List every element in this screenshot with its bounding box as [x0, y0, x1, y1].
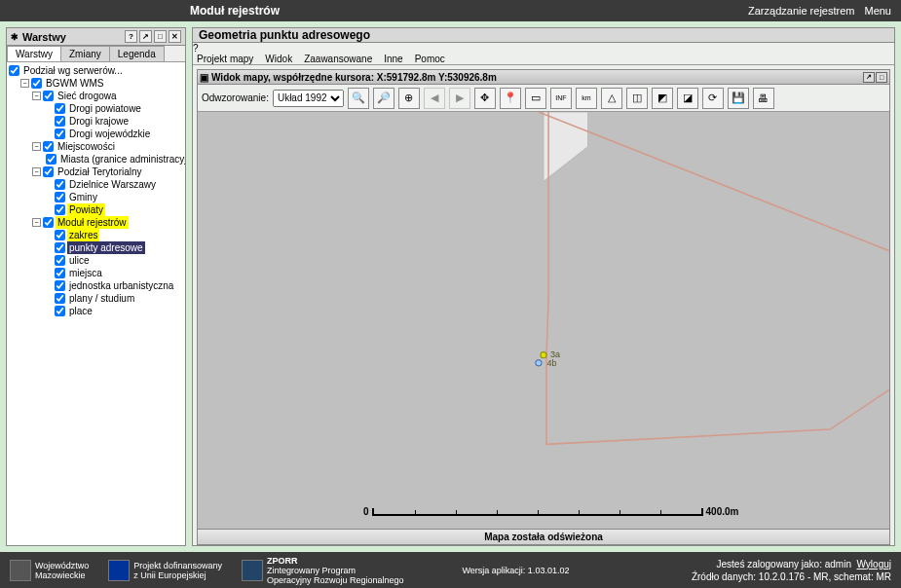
- cb-siec[interactable]: [43, 91, 54, 101]
- panel-header-icons: ? ↗ □ ✕: [125, 30, 181, 43]
- layers-tree: Podział wg serwerów... −BGWM WMS −Sieć d…: [7, 62, 185, 545]
- zoom-out-icon[interactable]: 🔎: [373, 88, 394, 109]
- scale-value: 400.0m: [706, 506, 739, 517]
- map-canvas[interactable]: 3a 4b 0 400.0m: [198, 112, 889, 529]
- maximize-icon[interactable]: □: [876, 72, 887, 83]
- tree-root[interactable]: Podział wg serwerów...: [9, 64, 183, 77]
- cb-root[interactable]: [9, 65, 19, 76]
- tab-warstwy[interactable]: Warstwy: [7, 46, 61, 61]
- tool-a-icon[interactable]: ◫: [626, 88, 648, 109]
- detach-icon[interactable]: ↗: [863, 72, 875, 83]
- menu-widok[interactable]: Widok: [265, 54, 292, 64]
- main-area: ✱ Warstwy ? ↗ □ ✕ Warstwy Zmiany Legenda…: [0, 21, 901, 552]
- footer-source: Źródło danych: 10.2.0.176 - MR, schemat:…: [692, 570, 891, 583]
- cb-drogi-k[interactable]: [55, 116, 65, 127]
- scale-bar: 0 400.0m: [363, 506, 738, 517]
- cb-zakres[interactable]: [55, 230, 65, 240]
- zoom-next-icon[interactable]: ▶: [449, 88, 470, 109]
- tree-ulice[interactable]: ulice: [9, 254, 183, 267]
- tree-plany[interactable]: plany / studium: [9, 292, 183, 305]
- layers-title: Warstwy: [22, 31, 66, 43]
- cb-dzielnice[interactable]: [55, 179, 65, 190]
- tree-miejsc[interactable]: −Miejscowości: [9, 140, 183, 153]
- tree-punkty[interactable]: punkty adresowe: [9, 241, 183, 254]
- help-icon[interactable]: ?: [125, 30, 137, 43]
- cb-bgwm[interactable]: [31, 78, 42, 89]
- measure-area-icon[interactable]: △: [601, 88, 622, 109]
- expander-miejsc[interactable]: −: [32, 142, 41, 151]
- tree-modul[interactable]: −Moduł rejestrów: [9, 216, 183, 229]
- footer-zporr3: Operacyjny Rozwoju Regionalnego: [267, 575, 404, 585]
- link-menu[interactable]: Menu: [864, 5, 891, 17]
- tree-jednostka[interactable]: jednostka urbanistyczna: [9, 279, 183, 292]
- select-rect-icon[interactable]: ▭: [525, 88, 546, 109]
- cb-place[interactable]: [55, 306, 65, 316]
- save-icon[interactable]: 💾: [728, 88, 749, 109]
- select-point-icon[interactable]: 📍: [500, 88, 521, 109]
- cb-drogi-p[interactable]: [55, 103, 65, 114]
- tree-gminy[interactable]: Gminy: [9, 191, 183, 203]
- zporr-icon: [242, 560, 263, 581]
- expander-bgwm[interactable]: −: [20, 79, 29, 88]
- cb-miasta[interactable]: [46, 154, 56, 165]
- tool-b-icon[interactable]: ◩: [652, 88, 673, 109]
- tree-miejsca[interactable]: miejsca: [9, 267, 183, 279]
- info-icon[interactable]: INF: [550, 88, 572, 109]
- print-icon[interactable]: 🖶: [753, 88, 774, 109]
- cb-podzial[interactable]: [43, 166, 54, 177]
- menu-zaawansowane[interactable]: Zaawansowane: [304, 54, 372, 64]
- tab-zmiany[interactable]: Zmiany: [60, 46, 110, 61]
- footer-woj2: Mazowieckie: [35, 570, 89, 580]
- pan-icon[interactable]: ✥: [474, 88, 496, 109]
- link-manage[interactable]: Zarządzanie rejestrem: [748, 5, 854, 17]
- tree-bgwm[interactable]: −BGWM WMS: [9, 77, 183, 90]
- tree-drogi-k[interactable]: Drogi krajowe: [9, 115, 183, 128]
- cb-jednostka[interactable]: [55, 280, 65, 291]
- map-window: ▣ Widok mapy, współrzędne kursora: X:591…: [197, 69, 890, 545]
- tree-place[interactable]: place: [9, 305, 183, 317]
- tree-zakres[interactable]: zakres: [9, 229, 183, 241]
- expander-siec[interactable]: −: [32, 92, 41, 100]
- tree-siec[interactable]: −Sieć drogowa: [9, 90, 183, 102]
- footer-right: Jesteś zalogowany jako: admin Wyloguj Źr…: [692, 558, 891, 583]
- top-bar: Moduł rejestrów Zarządzanie rejestrem Me…: [0, 0, 901, 21]
- tree-podzial[interactable]: −Podział Terytorialny: [9, 165, 183, 178]
- maximize-icon[interactable]: □: [154, 30, 167, 43]
- zoom-extent-icon[interactable]: ⊕: [398, 88, 420, 109]
- expander-podzial[interactable]: −: [32, 167, 41, 176]
- cb-punkty[interactable]: [55, 242, 65, 253]
- cb-miejsca[interactable]: [55, 268, 65, 278]
- measure-dist-icon[interactable]: km: [576, 88, 597, 109]
- cb-ulice[interactable]: [55, 255, 65, 266]
- coat-of-arms-icon: [10, 560, 31, 581]
- logout-link[interactable]: Wyloguj: [857, 559, 891, 570]
- refresh-icon[interactable]: ⟳: [702, 88, 724, 109]
- menu-inne[interactable]: Inne: [384, 54, 402, 64]
- tree-miasta[interactable]: Miasta (granice administracyjne): [9, 153, 183, 165]
- footer-woj1: Województwo: [35, 561, 89, 570]
- cb-powiaty[interactable]: [55, 204, 65, 215]
- menu-pomoc[interactable]: Pomoc: [415, 54, 445, 64]
- tool-c-icon[interactable]: ◪: [677, 88, 698, 109]
- tab-legenda[interactable]: Legenda: [109, 46, 165, 61]
- expander-modul[interactable]: −: [32, 218, 41, 227]
- projection-select[interactable]: Układ 1992: [273, 90, 344, 107]
- cb-plany[interactable]: [55, 293, 65, 304]
- tree-drogi-w[interactable]: Drogi wojewódzkie: [9, 128, 183, 140]
- close-icon[interactable]: ✕: [169, 30, 181, 43]
- help-icon[interactable]: ?: [193, 43, 894, 54]
- tree-dzielnice[interactable]: Dzielnice Warszawy: [9, 178, 183, 191]
- cb-gminy[interactable]: [55, 192, 65, 202]
- tree-drogi-p[interactable]: Drogi powiatowe: [9, 102, 183, 115]
- zoom-prev-icon[interactable]: ◀: [424, 88, 445, 109]
- cb-drogi-w[interactable]: [55, 129, 65, 139]
- cb-miejsc[interactable]: [43, 141, 54, 152]
- footer-woj: WojewództwoMazowieckie: [10, 560, 89, 581]
- zoom-in-icon[interactable]: 🔍: [348, 88, 369, 109]
- tree-powiaty[interactable]: Powiaty: [9, 203, 183, 216]
- menu-projekt[interactable]: Projekt mapy: [197, 54, 253, 64]
- detach-icon[interactable]: ↗: [139, 30, 152, 43]
- cb-modul[interactable]: [43, 217, 54, 228]
- scale-line: [372, 508, 703, 516]
- projection-label: Odwzorowanie:: [202, 92, 269, 103]
